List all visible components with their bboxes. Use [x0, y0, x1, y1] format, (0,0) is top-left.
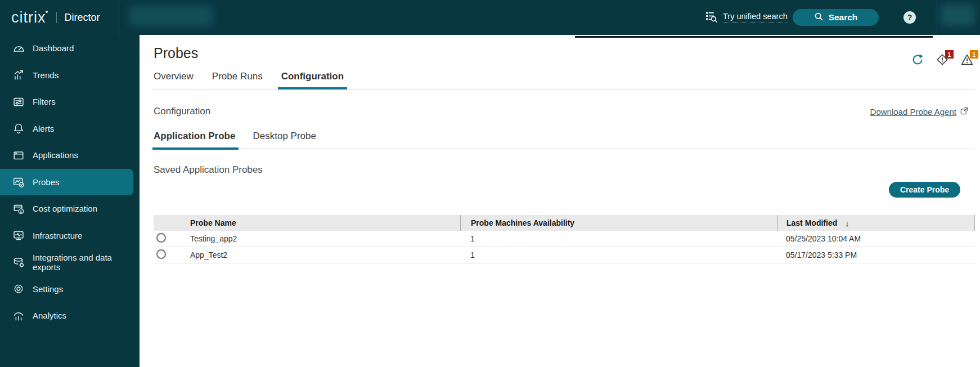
filters-icon	[12, 96, 25, 108]
alerts-icon	[12, 122, 25, 135]
probes-tabs: Overview Probe Runs Configuration	[154, 71, 975, 89]
top-bar: citrix Director Try unified search	[0, 0, 980, 35]
critical-badge: 1	[945, 50, 954, 59]
section-title: Configuration	[154, 106, 210, 117]
column-last-modified-label: Last Modified	[786, 218, 837, 227]
sidebar-item-analytics[interactable]: Analytics	[0, 302, 140, 329]
sidebar-item-integrations[interactable]: Integrations and data exports	[0, 249, 140, 276]
main-content: Probes 1	[140, 35, 980, 367]
sidebar-item-label: Alerts	[33, 124, 54, 133]
probe-name-cell: Testing_app2	[189, 234, 460, 243]
sidebar: Dashboard Trends Filters Alerts Applicat…	[0, 35, 140, 367]
column-last-modified[interactable]: Last Modified ↓	[777, 215, 975, 231]
search-icon	[814, 12, 824, 24]
sidebar-item-settings[interactable]: Settings	[0, 276, 140, 303]
sidebar-item-applications[interactable]: Applications	[0, 142, 140, 169]
unified-search-link[interactable]: Try unified search	[704, 0, 788, 35]
sort-descending-icon: ↓	[845, 218, 849, 228]
sidebar-item-label: Trends	[33, 70, 59, 80]
sidebar-item-label: Infrastructure	[33, 231, 82, 240]
sidebar-item-label: Analytics	[33, 311, 66, 320]
row-select-cell	[154, 233, 189, 244]
last-modified-cell: 05/17/2023 5:33 PM	[777, 250, 975, 259]
applications-icon	[12, 149, 25, 162]
citrix-logo: citrix	[11, 9, 48, 26]
sidebar-item-label: Filters	[33, 97, 56, 106]
table-row: App_Test2 1 05/17/2023 5:33 PM	[154, 247, 975, 263]
last-modified-cell: 05/25/2023 10:04 AM	[777, 234, 975, 243]
download-link-label: Download Probe Agent	[870, 107, 956, 117]
row-select-cell	[154, 249, 189, 261]
configuration-header: Configuration Download Probe Agent	[154, 106, 969, 117]
redacted-user-menu[interactable]	[941, 5, 974, 26]
column-probe-name[interactable]: Probe Name	[189, 215, 460, 231]
availability-cell: 1	[460, 234, 777, 243]
sidebar-item-dashboard[interactable]: Dashboard	[0, 35, 140, 62]
availability-cell: 1	[460, 250, 777, 259]
row-radio[interactable]	[156, 233, 166, 243]
sidebar-item-probes[interactable]: Probes	[0, 169, 133, 196]
logo-divider	[56, 12, 57, 23]
subtab-application-probe[interactable]: Application Probe	[154, 131, 235, 142]
refresh-button[interactable]	[911, 53, 924, 66]
column-availability[interactable]: Probe Machines Availability	[460, 215, 777, 231]
brand-area: citrix Director	[11, 0, 100, 35]
svg-text:$: $	[20, 209, 23, 213]
row-radio[interactable]	[156, 249, 166, 259]
dashboard-icon	[12, 42, 25, 55]
sidebar-item-filters[interactable]: Filters	[0, 88, 140, 115]
table-row: Testing_app2 1 05/25/2023 10:04 AM	[154, 231, 975, 247]
analytics-icon	[12, 310, 25, 322]
page-title: Probes	[154, 45, 198, 61]
sidebar-item-label: Probes	[33, 177, 60, 187]
integrations-icon	[12, 256, 25, 268]
probe-type-tabs: Application Probe Desktop Probe	[154, 131, 975, 149]
saved-probes-title: Saved Application Probes	[154, 164, 263, 176]
redacted-breadcrumb	[129, 6, 213, 26]
column-select	[154, 215, 189, 231]
sidebar-item-label: Cost optimization	[33, 204, 97, 213]
tab-configuration[interactable]: Configuration	[281, 71, 344, 82]
probes-icon	[12, 176, 25, 188]
sidebar-item-infrastructure[interactable]: Infrastructure	[0, 222, 140, 249]
topbar-divider	[119, 0, 119, 35]
search-button[interactable]: Search	[793, 9, 879, 26]
product-name: Director	[65, 12, 100, 24]
search-button-label: Search	[829, 12, 858, 23]
warning-badge: 1	[970, 50, 978, 59]
sidebar-item-label: Dashboard	[33, 43, 74, 53]
tab-overview[interactable]: Overview	[154, 71, 194, 82]
settings-icon	[12, 283, 25, 295]
help-button[interactable]: ?	[903, 11, 916, 24]
app-window: citrix Director Try unified search	[0, 0, 980, 367]
cost-optimization-icon: $	[12, 203, 25, 215]
content-top-divider	[575, 36, 933, 38]
tab-probe-runs[interactable]: Probe Runs	[212, 71, 263, 82]
sidebar-item-label: Settings	[33, 284, 63, 294]
external-link-icon	[960, 106, 969, 117]
warning-alerts-button[interactable]: 1	[961, 53, 973, 66]
header-actions: 1 1	[911, 53, 973, 66]
sidebar-item-label: Integrations and data exports	[33, 253, 140, 272]
probe-name-cell: App_Test2	[189, 250, 460, 259]
critical-alerts-button[interactable]: 1	[936, 53, 948, 66]
create-probe-button[interactable]: Create Probe	[889, 182, 960, 198]
unified-search-label: Try unified search	[723, 12, 788, 23]
subtab-desktop-probe[interactable]: Desktop Probe	[253, 131, 316, 142]
unified-search-icon	[704, 10, 718, 25]
sidebar-item-alerts[interactable]: Alerts	[0, 115, 140, 142]
infrastructure-icon	[12, 229, 25, 241]
sidebar-item-trends[interactable]: Trends	[0, 62, 140, 89]
topbar-divider-right	[937, 0, 937, 35]
table-header: Probe Name Probe Machines Availability L…	[154, 215, 975, 231]
download-probe-agent-link[interactable]: Download Probe Agent	[870, 106, 969, 117]
probes-table: Probe Name Probe Machines Availability L…	[154, 215, 975, 263]
sidebar-item-cost-optimization[interactable]: $ Cost optimization	[0, 195, 140, 222]
sidebar-item-label: Applications	[33, 150, 78, 160]
trends-icon	[12, 69, 25, 81]
